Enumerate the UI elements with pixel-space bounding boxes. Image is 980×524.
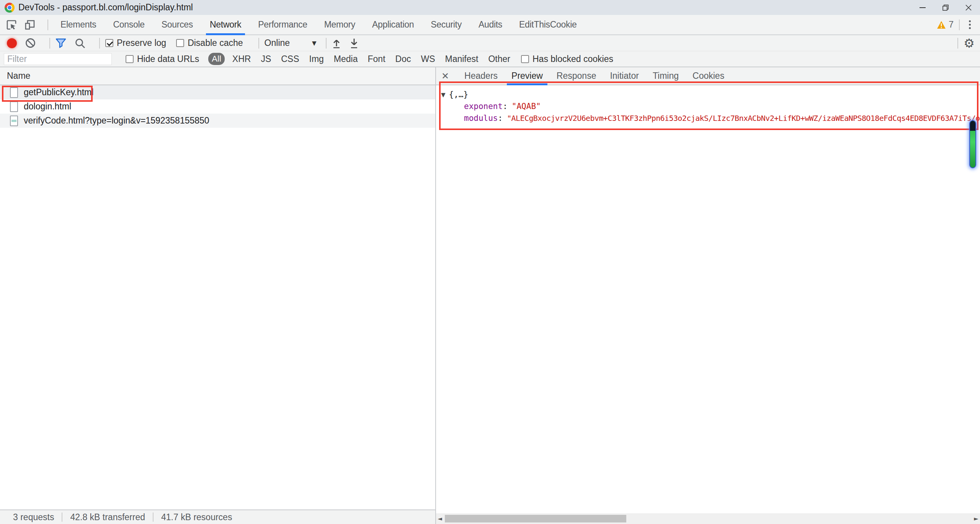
filter-type-doc[interactable]: Doc [395, 54, 411, 64]
disable-cache-label[interactable]: Disable cache [188, 38, 243, 48]
detail-tab-timing[interactable]: Timing [653, 67, 679, 85]
export-har-button[interactable] [350, 38, 359, 48]
detail-tab-cookies[interactable]: Cookies [693, 67, 724, 85]
restore-button[interactable] [934, 0, 957, 15]
request-detail-panel: ✕ Headers Preview Response Initiator Tim… [436, 67, 980, 524]
window-titlebar: DevTools - passport.bl.com/loginDisplay.… [0, 0, 980, 15]
tab-security[interactable]: Security [431, 15, 462, 34]
json-root-text: {,…} [449, 90, 469, 99]
device-toolbar-icon [24, 19, 36, 31]
tab-application[interactable]: Application [372, 15, 414, 34]
request-name: verifyCode.html?type=login&v=15923581558… [24, 116, 209, 126]
json-entry-exponent[interactable]: exponent:"AQAB" [436, 101, 980, 112]
tab-network[interactable]: Network [210, 15, 241, 34]
filter-type-all[interactable]: All [208, 53, 224, 65]
highlighted-scrollbar-thumb[interactable] [969, 120, 976, 168]
devtools-tabbar: Elements Console Sources Network Perform… [0, 15, 980, 35]
preserve-log-label[interactable]: Preserve log [117, 38, 166, 48]
clear-icon [25, 38, 36, 48]
detail-tab-headers[interactable]: Headers [464, 67, 498, 85]
document-icon [10, 87, 18, 98]
tab-editthiscookie[interactable]: EditThisCookie [519, 15, 577, 34]
filter-type-css[interactable]: CSS [281, 54, 299, 64]
has-blocked-cookies-label[interactable]: Has blocked cookies [532, 54, 613, 64]
download-arrow-icon [350, 38, 359, 48]
import-har-button[interactable] [332, 38, 341, 48]
detail-tab-initiator[interactable]: Initiator [610, 67, 639, 85]
name-column-header[interactable]: Name [0, 67, 435, 85]
divider [258, 38, 259, 49]
detail-tabbar: ✕ Headers Preview Response Initiator Tim… [436, 67, 980, 85]
network-toolbar: Preserve log Disable cache Online ▼ ⚙ [0, 35, 980, 51]
divider [49, 38, 50, 49]
request-list-panel: Name getPublicKey.html dologin.html veri… [0, 67, 435, 524]
json-root-node[interactable]: ▼{,…} [436, 89, 980, 101]
json-entry-modulus[interactable]: modulus:"ALECgBxocjvrzV2U6ebvm+C3lTKF3zh… [436, 112, 980, 124]
minimize-icon [920, 7, 926, 8]
preserve-log-checkbox[interactable] [105, 39, 113, 47]
filter-type-manifest[interactable]: Manifest [445, 54, 479, 64]
more-options-button[interactable] [965, 19, 975, 31]
detail-tab-preview[interactable]: Preview [511, 67, 543, 85]
filter-funnel-icon [56, 38, 66, 48]
tabbar-right-controls: 7 [937, 19, 980, 31]
disable-cache-checkbox[interactable] [176, 39, 184, 47]
device-toolbar-button[interactable] [24, 19, 36, 31]
filter-input[interactable] [4, 53, 112, 65]
scroll-left-arrow-icon[interactable]: ◄ [436, 515, 444, 522]
devtools-window: DevTools - passport.bl.com/loginDisplay.… [0, 0, 980, 524]
divider [153, 513, 154, 522]
request-count: 3 requests [13, 512, 54, 522]
filter-toggle-button[interactable] [56, 38, 66, 48]
expand-triangle-icon[interactable]: ▼ [441, 89, 446, 101]
close-button[interactable] [957, 0, 980, 15]
filter-type-img[interactable]: Img [309, 54, 324, 64]
inspect-element-button[interactable] [5, 19, 18, 31]
filter-type-list: XHR JS CSS Img Media Font Doc WS Manifes… [232, 54, 510, 64]
tab-sources[interactable]: Sources [162, 15, 193, 34]
divider [959, 20, 960, 30]
divider [62, 513, 62, 522]
request-row-getpublickey[interactable]: getPublicKey.html [0, 85, 435, 99]
minimize-button[interactable] [911, 0, 934, 15]
tab-performance[interactable]: Performance [258, 15, 307, 34]
filter-type-ws[interactable]: WS [421, 54, 435, 64]
horizontal-scrollbar[interactable]: ◄ ► [436, 513, 980, 524]
filter-type-xhr[interactable]: XHR [232, 54, 251, 64]
divider [326, 38, 327, 49]
json-value: "AQAB" [512, 102, 541, 111]
filter-type-js[interactable]: JS [261, 54, 271, 64]
request-row-dologin[interactable]: dologin.html [0, 99, 435, 114]
tab-elements[interactable]: Elements [60, 15, 96, 34]
tab-console[interactable]: Console [113, 15, 144, 34]
tab-audits[interactable]: Audits [479, 15, 502, 34]
json-value: "ALECgBxocjvrzV2U6ebvm+C3lTKF3zhPpn6i53o… [507, 114, 980, 123]
window-title: DevTools - passport.bl.com/loginDisplay.… [18, 2, 193, 13]
horizontal-scrollbar-thumb[interactable] [445, 515, 626, 522]
tab-memory[interactable]: Memory [324, 15, 355, 34]
filter-type-media[interactable]: Media [334, 54, 358, 64]
close-detail-button[interactable]: ✕ [441, 71, 449, 81]
detail-tab-response[interactable]: Response [557, 67, 596, 85]
json-colon: : [498, 114, 503, 123]
throttling-select[interactable]: Online ▼ [265, 38, 317, 48]
hide-data-urls-checkbox[interactable] [126, 55, 134, 63]
record-network-log-button[interactable] [7, 38, 17, 48]
scroll-right-arrow-icon[interactable]: ► [972, 515, 980, 522]
hide-data-urls-label[interactable]: Hide data URLs [137, 54, 199, 64]
search-icon [75, 38, 85, 49]
clear-network-log-button[interactable] [25, 38, 36, 48]
transferred-size: 42.8 kB transferred [70, 512, 145, 522]
resources-size: 41.7 kB resources [161, 512, 232, 522]
request-row-verifycode[interactable]: verifyCode.html?type=login&v=15923581558… [0, 114, 435, 128]
warnings-badge[interactable]: 7 [937, 20, 954, 30]
filter-type-other[interactable]: Other [488, 54, 510, 64]
search-button[interactable] [75, 38, 85, 49]
has-blocked-cookies-checkbox[interactable] [521, 55, 529, 63]
inspect-cursor-icon [6, 19, 17, 31]
request-name: dologin.html [24, 101, 71, 112]
chrome-logo-icon [5, 3, 15, 13]
filter-type-font[interactable]: Font [368, 54, 385, 64]
settings-gear-icon[interactable]: ⚙ [964, 37, 975, 49]
chevron-down-icon: ▼ [312, 40, 317, 47]
